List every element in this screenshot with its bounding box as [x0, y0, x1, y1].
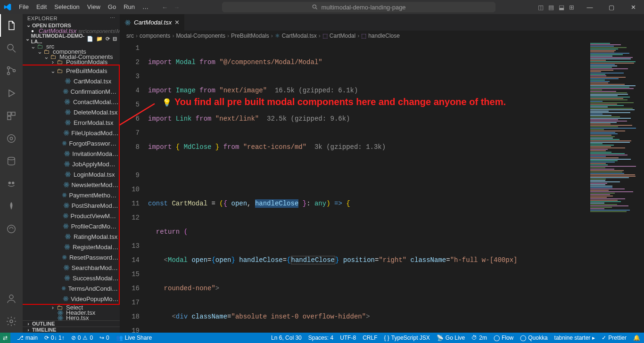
maximize-button[interactable]: ▢	[601, 0, 622, 14]
tree-file[interactable]: ›ErrorModal.tsx	[23, 117, 119, 128]
timeline-section[interactable]: ›TIMELINE	[23, 327, 120, 333]
tree-file[interactable]: ›LoginModal.tsx	[23, 169, 119, 180]
tree-file[interactable]: ›DeleteModal.tsx	[23, 107, 119, 117]
quokka[interactable]: ◯Quokka	[520, 335, 547, 341]
cursor-position[interactable]: Ln 6, Col 30	[271, 335, 302, 341]
menu-selection[interactable]: Selection	[50, 0, 83, 14]
tree-file[interactable]: ›InvitationModal.tsx	[23, 148, 119, 159]
remote-indicator[interactable]: ⇄	[0, 333, 10, 343]
tree-file[interactable]: ›TermsAndConditionModal.t...	[23, 283, 119, 294]
go-live[interactable]: 📡Go Live	[437, 335, 465, 341]
tree-modal-components[interactable]: ⌄🗀Modal-Components	[23, 54, 120, 59]
menu-run[interactable]: Run	[120, 0, 139, 14]
tree-file[interactable]: ›RegisterModal.tsx	[23, 242, 119, 252]
mongo-icon[interactable]	[0, 195, 23, 218]
tree-position-modals[interactable]: ›🗀PositionModals	[23, 59, 120, 65]
tree-file[interactable]: ›CartModal.tsx	[23, 76, 119, 86]
layout-customize-icon[interactable]: ⊞	[569, 4, 574, 11]
menu-view[interactable]: View	[83, 0, 104, 14]
explorer-icon[interactable]	[0, 14, 23, 37]
git-branch[interactable]: ⎇main	[17, 335, 38, 341]
svg-point-54	[66, 163, 67, 164]
layout-toggle-sidebar-icon[interactable]: ▤	[548, 4, 554, 11]
open-editors-section[interactable]: ⌄OPEN EDITORS	[23, 22, 120, 28]
tree-file[interactable]: ›ProfileCardModal.tsx	[23, 221, 119, 231]
minimap[interactable]	[587, 41, 644, 333]
tree-file[interactable]: ›ResetPasswordModal.tsx	[23, 252, 119, 262]
tree-hero[interactable]: ›Hero.tsx	[23, 315, 120, 320]
command-center[interactable]: multimodal-demo-landing-page	[222, 2, 495, 12]
tree-file[interactable]: ›ConfirmationModal.tsx	[23, 86, 119, 97]
tree-file[interactable]: ›SuccessModal.tsx	[23, 273, 119, 283]
nav-back[interactable]: ←	[162, 4, 168, 11]
tree-select[interactable]: ›🗀Select	[23, 305, 120, 310]
source-control-icon[interactable]	[0, 59, 23, 82]
flow[interactable]: ◯Flow	[494, 335, 513, 341]
explorer-header: EXPLORER ⋯	[23, 14, 120, 22]
svg-point-34	[67, 112, 68, 113]
svg-point-70	[66, 205, 67, 206]
tree-file[interactable]: ›ProductViewModal.tsx	[23, 211, 119, 221]
notifications-icon[interactable]: 🔔	[633, 335, 640, 341]
close-button[interactable]: ✕	[622, 0, 644, 14]
refresh-icon[interactable]: ⟳	[106, 36, 110, 42]
time[interactable]: ⏱2m	[471, 335, 487, 341]
language-mode[interactable]: { }TypeScript JSX	[384, 335, 429, 341]
account-icon[interactable]	[0, 287, 23, 310]
lightbulb-icon: 💡	[162, 98, 172, 106]
tree-file[interactable]: ›FileUploadModal.tsx	[23, 128, 119, 138]
problems[interactable]: ⊘0 ⚠0	[71, 335, 93, 341]
prettier[interactable]: ✓Prettier	[602, 335, 627, 341]
tree-file[interactable]: ›PaymentMethodModal.tsx	[23, 190, 119, 200]
breadcrumbs[interactable]: src› components› Modal-Components› PreBu…	[120, 31, 644, 41]
code-editor[interactable]: 1234567 89101112 13141516171819 import M…	[120, 41, 644, 333]
tree-src[interactable]: ⌄🗀src	[23, 44, 120, 49]
ports[interactable]: ↪0	[99, 335, 109, 341]
tree-file[interactable]: ›RatingModal.tsx	[23, 231, 119, 242]
layout-toggle-bottom-icon[interactable]: ⬓	[559, 4, 564, 11]
indent[interactable]: Spaces: 4	[308, 335, 333, 341]
tree-header[interactable]: ›Header.tsx	[23, 310, 120, 315]
tree-components[interactable]: ⌄🗀components	[23, 49, 120, 54]
tab-cartmodal[interactable]: CartModal.tsx ✕	[120, 14, 185, 31]
extensions-icon[interactable]	[0, 105, 23, 127]
gitlens-icon[interactable]	[0, 127, 23, 150]
minimize-button[interactable]: —	[579, 0, 601, 14]
explorer-more-icon[interactable]: ⋯	[110, 15, 116, 21]
tree-file[interactable]: ›ForgotPasswordModal.tsx	[23, 138, 119, 148]
live-share[interactable]: 👥Live Share	[116, 335, 152, 341]
svg-point-10	[8, 135, 16, 143]
copilot-icon[interactable]	[0, 172, 23, 195]
new-folder-icon[interactable]: 📁	[96, 36, 103, 42]
tree-file[interactable]: ›NewsletterModal.tsx	[23, 180, 119, 190]
menu-file[interactable]: File	[15, 0, 33, 14]
code-content[interactable]: import Modal from "@/components/Modal/Mo…	[148, 41, 644, 333]
tree-file[interactable]: ›ContactModal.tsx	[23, 97, 119, 107]
tab-bar: CartModal.tsx ✕	[120, 14, 644, 31]
tree-file[interactable]: ›PostShareModal.tsx	[23, 200, 119, 211]
settings-icon[interactable]	[0, 310, 23, 333]
tree-file[interactable]: ›JobApplyModal.tsx	[23, 159, 119, 169]
tab-close-icon[interactable]: ✕	[174, 19, 180, 26]
menu-edit[interactable]: Edit	[33, 0, 50, 14]
tree-file[interactable]: ›VideoPopupModal.tsx	[23, 294, 119, 304]
tree-file[interactable]: ›SearchbarModal.tsx	[23, 262, 119, 273]
collapse-icon[interactable]: ⊟	[113, 36, 117, 42]
search-activity-icon[interactable]	[0, 37, 23, 59]
tabnine-icon[interactable]	[0, 218, 23, 240]
tree-prebuilt-modals[interactable]: ⌄🗀PreBuiltModals	[23, 65, 119, 76]
gutter: 1234567 89101112 13141516171819	[120, 41, 148, 333]
eol[interactable]: CRLF	[363, 335, 377, 341]
menu-go[interactable]: Go	[104, 0, 120, 14]
new-file-icon[interactable]: 📄	[87, 36, 93, 42]
outline-section[interactable]: ›OUTLINE	[23, 320, 120, 327]
run-debug-icon[interactable]	[0, 82, 23, 105]
database-icon[interactable]	[0, 150, 23, 172]
project-section[interactable]: ⌄MULTIMODAL-DEMO-LA... 📄 📁 ⟳ ⊟	[23, 33, 120, 44]
git-sync[interactable]: ⟳0↓ 1↑	[44, 335, 65, 341]
encoding[interactable]: UTF-8	[340, 335, 356, 341]
nav-forward[interactable]: →	[173, 4, 180, 11]
menu-more[interactable]: …	[139, 0, 152, 14]
layout-toggle-panel-icon[interactable]: ◫	[538, 4, 544, 11]
tabnine[interactable]: tabnine starter▸	[554, 335, 595, 341]
